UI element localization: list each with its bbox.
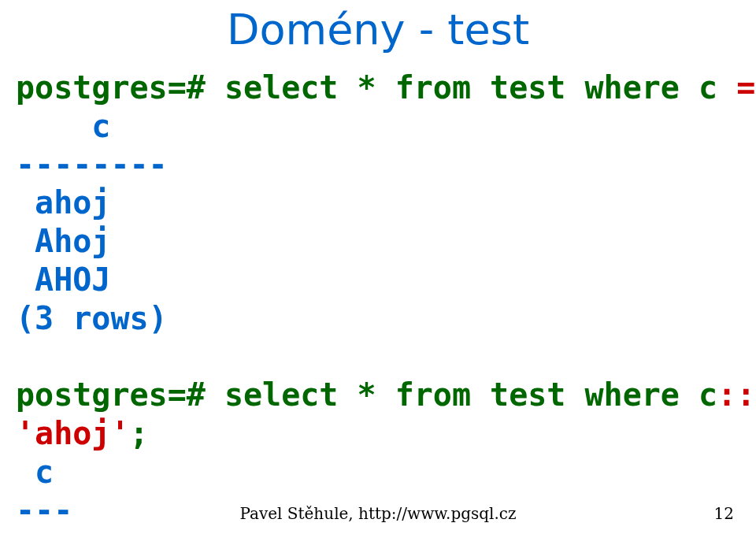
- col-2: c: [680, 376, 717, 413]
- result1-count: (3 rows): [16, 300, 168, 336]
- star-2: *: [338, 376, 395, 413]
- kw-from-1: from: [395, 69, 471, 106]
- kw-where-1: where: [584, 69, 679, 106]
- tbl-1: test: [471, 69, 585, 106]
- kw-where-2: where: [584, 376, 679, 413]
- kw-select-1: select: [224, 69, 339, 106]
- result1-header: c: [16, 108, 110, 144]
- star-1: *: [338, 69, 395, 106]
- page-number: 12: [714, 504, 734, 523]
- str-2: 'ahoj': [16, 415, 130, 451]
- kw-from-2: from: [395, 376, 471, 413]
- col-1: c: [680, 69, 736, 106]
- slide-footer: Pavel Stěhule, http://www.pgsql.cz: [0, 504, 756, 523]
- result1-sep: --------: [16, 146, 168, 183]
- kw-select-2: select: [224, 376, 339, 413]
- code-block: postgres=# select * from test where c = …: [16, 69, 756, 534]
- tbl-2: test: [471, 376, 585, 413]
- prompt-1: postgres=#: [16, 69, 224, 106]
- result2-header: c: [16, 454, 54, 490]
- result1-row3: AHOJ: [16, 261, 110, 298]
- result2-count: (0 rows): [16, 531, 168, 534]
- eq-1: =: [736, 69, 755, 106]
- semi-2: ;: [130, 415, 149, 451]
- prompt-2: postgres=#: [16, 376, 224, 413]
- result1-row2: Ahoj: [16, 223, 110, 259]
- cast-2: ::varchar: [717, 376, 756, 413]
- result1-row1: ahoj: [16, 184, 110, 221]
- slide-title: Domény - test: [0, 5, 756, 54]
